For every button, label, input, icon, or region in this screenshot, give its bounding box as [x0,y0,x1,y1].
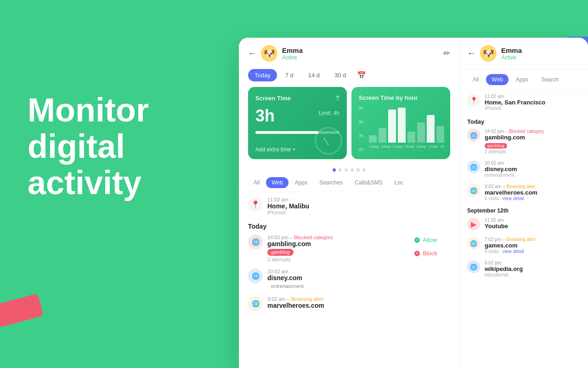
screen-time-by-hour-card: Screen Time by hour 9h 6h 3h 0h [351,87,450,159]
activity-tab-all[interactable]: All [248,177,265,188]
dot-5[interactable] [356,168,360,172]
calendar-icon[interactable]: 📅 [357,71,366,80]
right-item-disney: 🌐 10:02 am disney.com entrertainment [467,161,581,178]
right-sub-disney: entrertainment [485,172,517,178]
activity-list: 📍 11:02 am Home, Malibu iPhone6 Today 🌐 … [239,192,459,322]
site-icon-disney: 🌐 [248,269,263,283]
bar-5 [407,132,415,143]
screen-time-card: Screen Time ? 3h Limit: 4h Add extra tim… [248,87,347,159]
allow-button[interactable]: Allow [411,235,441,245]
clock-hand [323,137,329,145]
right-meta-disney: 10:02 am [485,161,517,166]
time-filter-tabs: Today 7 d 14 d 30 d 📅 [239,69,459,87]
site-meta-marvel: 9:02 am – Browsing alert [267,296,324,302]
left-panel: ← 🐶 Emma Active ✏ Today 7 d 14 d 30 d 📅 … [239,38,459,368]
location-item: 📍 11:02 am Home, Malibu iPhone6 [248,197,450,215]
right-back-button[interactable]: ← [467,49,475,58]
tab-today[interactable]: Today [248,69,277,81]
location-name: Home, Malibu [267,202,309,210]
screen-time-hour-title: Screen Time by hour [359,94,418,101]
pagination-dots [239,165,459,175]
dot-2[interactable] [339,168,342,172]
right-icon-youtube: ▶ [467,218,480,230]
allow-check-icon [414,237,420,243]
chart-bars [367,106,446,143]
bar-2 [379,128,386,143]
right-info-games: 7:02 pm – Browsing alert games.com 6 vis… [485,237,536,254]
dot-6[interactable] [362,168,366,172]
bar-8 [436,126,444,143]
site-attempts-gambling: 2 attempts [267,257,333,262]
clock-decoration [315,127,342,155]
edit-icon[interactable]: ✏ [443,48,450,58]
right-tab-search[interactable]: Search [536,74,564,85]
activity-tab-apps[interactable]: Apps [289,177,313,188]
right-tab-all[interactable]: All [467,74,484,85]
right-tab-web[interactable]: Web [486,74,508,85]
location-icon: 📍 [248,197,263,212]
right-item-marvel: 🌐 9:02 am – Browsing alert marvelheroes.… [467,184,581,201]
right-meta-marvel: 9:02 am – Browsing alert [485,184,537,189]
activity-tab-loc[interactable]: Loc [389,177,409,188]
right-location-device: iPhone6 [485,106,545,111]
right-icon-wikipedia: 🌐 [467,260,480,273]
right-activity-list: 📍 11:02 am Home, San Francisco iPhone6 T… [460,90,588,288]
info-icon[interactable]: ? [335,94,339,102]
dot-4[interactable] [351,168,354,172]
right-filter-tabs: All Web Apps Search [460,69,588,90]
right-location-time: 11:02 am [485,94,545,99]
right-sub-games: 6 visits · view detail [485,249,536,254]
bar-4 [398,108,406,143]
x-label-4: 15sep [404,144,414,149]
right-view-detail-marvel[interactable]: view detail [503,196,524,201]
site-name-gambling: gambling.com [267,240,333,247]
right-location-item: 📍 11:02 am Home, San Francisco iPhone6 [467,94,581,111]
activity-tab-calls[interactable]: Calls&SMS [349,177,388,188]
right-tab-apps[interactable]: Apps [510,74,534,85]
dot-1[interactable] [333,168,336,172]
block-button[interactable]: Block [411,248,441,259]
right-item-wikipedia: 🌐 6:02 pm wikipedia.org educational [467,260,581,277]
user-info: Emma Active [282,46,439,61]
activity-item-marvel: 🌐 9:02 am – Browsing alert marvelheroes.… [248,296,450,311]
user-avatar: 🐶 [261,45,277,62]
bar-6 [417,122,425,143]
activity-item-disney: 🌐 10:02 am disney.com entrertainment [248,269,450,290]
today-section-label: Today [248,223,450,230]
right-sub-wikipedia: educational [485,272,523,277]
right-item-youtube: ▶ 11:02 am Youtube [467,218,581,230]
right-meta-wikipedia: 6:02 pm [485,260,523,265]
right-meta-games: 7:02 pm – Browsing alert [485,237,536,242]
right-user-name: Emma [501,46,581,54]
y-label-6h: 6h [359,120,363,124]
bar-1 [369,135,377,143]
activity-tab-web[interactable]: Web [266,177,288,188]
x-label-5: 16sep [416,144,426,149]
right-sub-gambling: 2 attempts [485,149,544,154]
action-buttons: Allow Block [411,235,441,259]
tab-7d[interactable]: 7 d [279,69,300,81]
location-device: iPhone6 [267,210,309,215]
dot-3[interactable] [345,168,348,172]
right-item-games: 🌐 7:02 pm – Browsing alert games.com 6 v… [467,237,581,254]
location-text: 11:02 am Home, Malibu iPhone6 [267,197,309,215]
activity-item-gambling: 🌐 14:02 pm – Blocked category gambling.c… [248,235,450,262]
hero-text: Monitor digital activity [28,92,149,201]
x-label-6: 17sep [428,144,438,149]
tab-14d[interactable]: 14 d [302,69,326,81]
right-view-detail-games[interactable]: view detail [503,249,524,254]
bar-7 [427,115,435,143]
panel-header: ← 🐶 Emma Active ✏ [239,38,459,69]
right-name-youtube: Youtube [485,223,508,230]
back-button[interactable]: ← [248,49,256,58]
add-extra-time-button[interactable]: Add extra time + [255,146,296,153]
bar-3 [388,109,396,143]
right-icon-games: 🌐 [467,237,480,250]
site-name-disney: disney.com [267,274,307,282]
site-meta-disney: 10:02 am [267,269,307,274]
y-label-0h: 0h [359,147,363,152]
right-info-gambling: 14:02 pm – Blocked category gambling.com… [485,129,544,154]
tab-30d[interactable]: 30 d [328,69,352,81]
activity-tab-searches[interactable]: Searches [314,177,348,188]
right-name-marvel: marvelheroes.com [485,189,537,196]
